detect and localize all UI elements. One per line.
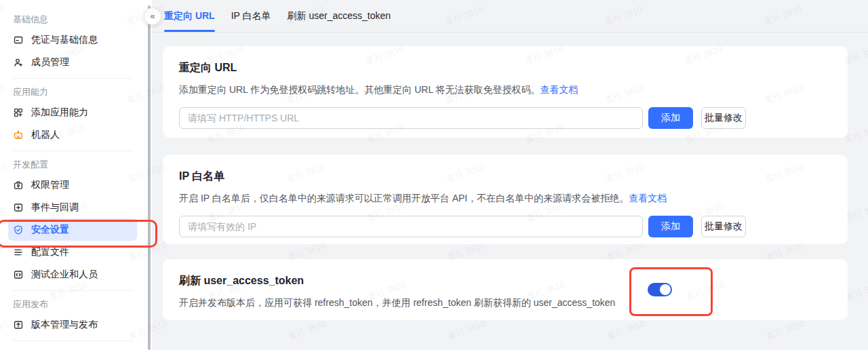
sidebar-item-label: 机器人: [31, 129, 60, 141]
sidebar-item-event-callback[interactable]: 事件与回调: [8, 196, 137, 218]
credential-icon: [13, 35, 24, 45]
card-description: 开启并发布版本后，应用可获得 refresh_token，并使用 refresh…: [179, 296, 831, 309]
sidebar-item-label: 版本管理与发布: [31, 319, 98, 331]
tab-redirect-url[interactable]: 重定向 URL: [164, 0, 215, 32]
release-icon: [13, 319, 24, 330]
sidebar-divider: [12, 151, 133, 151]
sidebar-divider: [12, 290, 133, 291]
sidebar-item-label: 事件与回调: [31, 201, 79, 214]
card-refresh-token: 刷新 user_access_token开启并发布版本后，应用可获得 refre…: [163, 259, 848, 320]
add-button[interactable]: 添加: [648, 216, 693, 237]
card-title: 刷新 user_access_token: [179, 274, 831, 288]
sidebar-scrollbar[interactable]: [148, 5, 151, 350]
sidebar-item-label: 权限管理: [31, 179, 69, 191]
code-icon: [13, 269, 24, 280]
sidebar-section-header: 应用能力: [8, 83, 137, 101]
sidebar-item-robot[interactable]: 机器人: [8, 123, 137, 146]
ip-whitelist-input[interactable]: [179, 216, 643, 237]
sidebar-item-config-file[interactable]: 配置文件: [8, 241, 137, 263]
security-icon: [13, 225, 24, 235]
add-button[interactable]: 添加: [648, 107, 693, 129]
card-ip-whitelist: IP 白名单开启 IP 白名单后，仅白名单中的来源请求可以正常调用开放平台 AP…: [163, 155, 848, 244]
sidebar-item-members[interactable]: 成员管理: [8, 51, 137, 73]
sidebar-section-header: 开发配置: [8, 156, 137, 174]
permission-icon: [13, 180, 24, 191]
card-redirect-url: 重定向 URL添加重定向 URL 作为免登授权码跳转地址。其他重定向 URL 将…: [163, 46, 848, 138]
chevron-double-left-icon: «: [150, 11, 155, 21]
robot-icon: [13, 130, 24, 140]
sidebar: 基础信息凭证与基础信息成员管理应用能力添加应用能力机器人开发配置权限管理事件与回…: [0, 0, 144, 350]
card-description-text: 添加重定向 URL 作为免登授权码跳转地址。其他重定向 URL 将无法获取免登授…: [179, 84, 540, 95]
sidebar-item-version-release[interactable]: 版本管理与发布: [8, 313, 137, 336]
collapse-sidebar-button[interactable]: «: [144, 7, 161, 25]
sidebar-item-test-company[interactable]: 测试企业和人员: [8, 263, 137, 286]
sidebar-section-header: 应用发布: [8, 296, 137, 313]
card-description: 添加重定向 URL 作为免登授权码跳转地址。其他重定向 URL 将无法获取免登授…: [179, 83, 831, 96]
add-capability-icon: [13, 107, 24, 118]
batch-edit-button[interactable]: 批量修改: [701, 107, 746, 129]
tab-ip-whitelist[interactable]: IP 白名单: [231, 0, 271, 32]
sidebar-divider: [12, 341, 133, 341]
sidebar-item-label: 凭证与基础信息: [31, 34, 98, 46]
tab-bar: 重定向 URLIP 白名单刷新 user_access_token: [152, 0, 868, 33]
card-description: 开启 IP 白名单后，仅白名单中的来源请求可以正常调用开放平台 API，不在白名…: [179, 191, 831, 205]
sidebar-section-header: 基础信息: [8, 11, 137, 28]
sidebar-item-label: 成员管理: [31, 56, 69, 69]
sidebar-item-label: 安全设置: [31, 224, 69, 236]
sidebar-item-label: 测试企业和人员: [31, 269, 98, 281]
batch-edit-button[interactable]: 批量修改: [701, 216, 746, 237]
sidebar-item-label: 配置文件: [31, 246, 69, 258]
sidebar-item-permission[interactable]: 权限管理: [8, 174, 137, 196]
config-file-icon: [13, 247, 24, 258]
redirect-url-input[interactable]: [179, 107, 643, 129]
card-description-text: 开启 IP 白名单后，仅白名单中的来源请求可以正常调用开放平台 API，不在白名…: [179, 193, 629, 203]
main-content: « 重定向 URLIP 白名单刷新 user_access_token 重定向 …: [152, 0, 868, 350]
card-input-row: 添加批量修改: [179, 216, 831, 237]
card-title: 重定向 URL: [179, 61, 831, 75]
refresh-token-toggle[interactable]: [648, 283, 672, 296]
sidebar-item-add-capability[interactable]: 添加应用能力: [8, 101, 137, 123]
view-docs-link[interactable]: 查看文档: [540, 84, 578, 95]
sidebar-item-credential[interactable]: 凭证与基础信息: [8, 28, 137, 51]
tab-refresh-token[interactable]: 刷新 user_access_token: [288, 0, 391, 32]
toggle-knob: [660, 284, 671, 295]
sidebar-divider: [12, 78, 133, 79]
card-input-row: 添加批量修改: [179, 107, 831, 129]
sidebar-item-label: 添加应用能力: [31, 106, 88, 119]
member-icon: [13, 57, 24, 68]
event-icon: [13, 202, 24, 213]
card-title: IP 白名单: [179, 170, 831, 184]
card-description-text: 开启并发布版本后，应用可获得 refresh_token，并使用 refresh…: [179, 297, 615, 308]
view-docs-link[interactable]: 查看文档: [629, 193, 667, 203]
sidebar-item-security[interactable]: 安全设置: [8, 218, 137, 241]
